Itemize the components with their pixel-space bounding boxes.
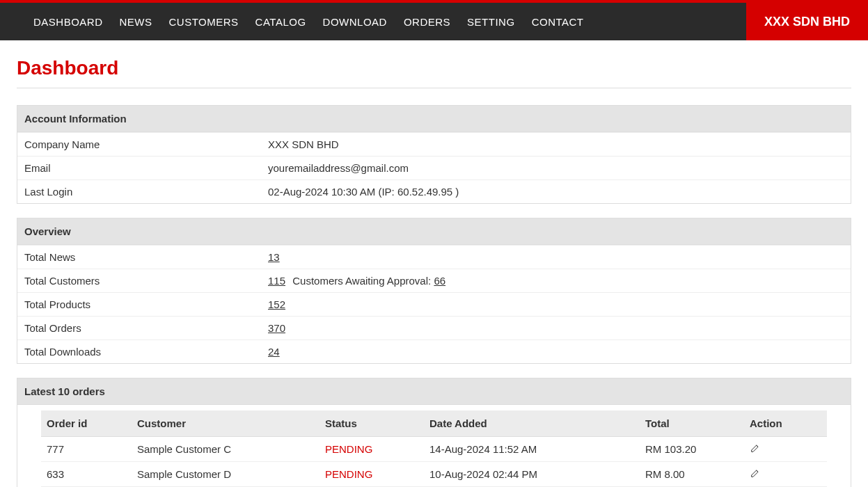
orders-col-status: Status [319,410,424,437]
table-row: 633Sample Customer DPENDING10-Aug-2024 0… [41,462,827,487]
latest-orders-panel: Latest 10 orders Order id Customer Statu… [17,378,851,487]
nav-orders[interactable]: ORDERS [395,3,459,40]
overview-news-link[interactable]: 13 [268,251,280,263]
order-date: 10-Aug-2024 02:44 PM [424,462,640,487]
orders-col-action: Action [744,410,827,437]
account-lastlogin-value: 02-Aug-2024 10:30 AM (IP: 60.52.49.95 ) [261,180,851,203]
order-customer: Sample Customer D [132,462,319,487]
overview-heading: Overview [17,218,851,245]
order-id: 777 [41,437,132,462]
order-total: RM 103.20 [640,437,744,462]
overview-customers-row: Total Customers 115 Customers Awaiting A… [17,269,851,292]
overview-orders-link[interactable]: 370 [268,322,285,334]
order-id: 633 [41,462,132,487]
nav-download[interactable]: DOWNLOAD [315,3,395,40]
overview-orders-label: Total Orders [17,317,261,340]
overview-downloads-row: Total Downloads 24 [17,340,851,363]
account-lastlogin-row: Last Login 02-Aug-2024 10:30 AM (IP: 60.… [17,179,851,203]
account-info-panel: Account Information Company Name XXX SDN… [17,105,851,204]
overview-customers-label: Total Customers [17,269,261,292]
table-row: 777Sample Customer CPENDING14-Aug-2024 1… [41,437,827,462]
orders-table: Order id Customer Status Date Added Tota… [41,410,827,487]
orders-col-customer: Customer [132,410,319,437]
nav-contact[interactable]: CONTACT [523,3,592,40]
edit-icon[interactable] [750,442,761,454]
nav-catalog[interactable]: CATALOG [247,3,315,40]
order-date: 14-Aug-2024 11:52 AM [424,437,640,462]
edit-icon[interactable] [750,468,761,479]
order-total: RM 8.00 [640,462,744,487]
account-email-label: Email [17,157,261,179]
overview-products-label: Total Products [17,293,261,316]
overview-news-row: Total News 13 [17,245,851,269]
main-nav: DASHBOARD NEWS CUSTOMERS CATALOG DOWNLOA… [0,3,868,40]
orders-col-total: Total [640,410,744,437]
order-status: PENDING [319,462,424,487]
nav-company-badge: XXX SDN BHD [746,3,868,40]
account-company-label: Company Name [17,133,261,156]
account-company-value: XXX SDN BHD [261,133,851,156]
account-email-row: Email youremailaddress@gmail.com [17,156,851,179]
nav-dashboard[interactable]: DASHBOARD [25,3,111,40]
overview-downloads-label: Total Downloads [17,340,261,363]
nav-setting[interactable]: SETTING [459,3,523,40]
account-email-value: youremailaddress@gmail.com [261,157,851,179]
overview-panel: Overview Total News 13 Total Customers 1… [17,218,851,364]
orders-col-id: Order id [41,410,132,437]
overview-products-link[interactable]: 152 [268,298,285,310]
account-lastlogin-label: Last Login [17,180,261,203]
page-title: Dashboard [17,57,851,79]
order-status: PENDING [319,437,424,462]
overview-news-label: Total News [17,246,261,269]
account-info-heading: Account Information [17,106,851,132]
nav-news[interactable]: NEWS [111,3,161,40]
overview-awaiting-label: Customers Awaiting Approval: [292,275,431,287]
latest-orders-heading: Latest 10 orders [17,378,851,405]
overview-products-row: Total Products 152 [17,292,851,316]
order-customer: Sample Customer C [132,437,319,462]
overview-awaiting-link[interactable]: 66 [434,275,445,287]
overview-downloads-link[interactable]: 24 [268,346,280,358]
nav-customers[interactable]: CUSTOMERS [161,3,247,40]
overview-orders-row: Total Orders 370 [17,316,851,340]
overview-customers-link[interactable]: 115 [268,275,285,287]
account-company-row: Company Name XXX SDN BHD [17,132,851,156]
orders-col-date: Date Added [424,410,640,437]
title-divider [17,88,851,88]
